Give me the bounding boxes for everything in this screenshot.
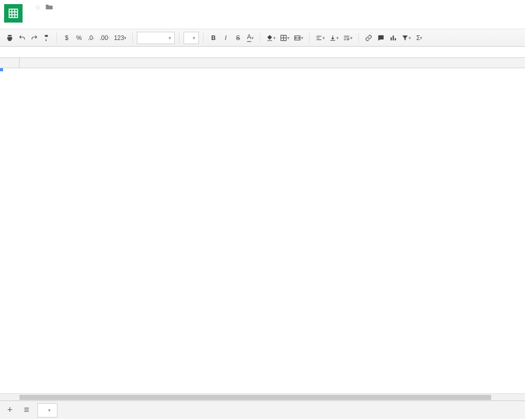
vertical-align-button[interactable]: ▾ — [328, 32, 340, 44]
currency-button[interactable]: $ — [61, 32, 72, 44]
horizontal-scrollbar[interactable] — [0, 393, 525, 401]
font-family-select[interactable]: ▾ — [137, 32, 175, 44]
folder-icon[interactable] — [45, 3, 53, 12]
menu-addons[interactable] — [78, 14, 85, 16]
paint-format-button[interactable] — [41, 32, 52, 44]
text-wrap-button[interactable]: ▾ — [341, 32, 354, 44]
functions-button[interactable]: Σ ▾ — [414, 32, 425, 44]
filter-button[interactable]: ▾ — [400, 32, 413, 44]
menu-tools[interactable] — [71, 14, 78, 16]
more-formats-button[interactable]: 123 ▾ — [112, 32, 128, 44]
font-size-select[interactable]: ▾ — [184, 32, 199, 44]
select-all-corner[interactable] — [0, 58, 19, 68]
document-title[interactable] — [28, 7, 32, 9]
insert-link-button[interactable] — [363, 32, 374, 44]
star-icon[interactable]: ☆ — [35, 4, 41, 11]
separator — [203, 33, 204, 43]
strikethrough-button[interactable]: S — [232, 32, 244, 44]
svg-rect-15 — [391, 37, 392, 40]
menu-file[interactable] — [28, 14, 35, 16]
separator — [358, 33, 359, 43]
app-logo[interactable] — [4, 4, 23, 23]
formula-bar — [0, 47, 525, 58]
selection-handle[interactable] — [0, 68, 3, 71]
sheet-area — [0, 58, 525, 401]
percent-button[interactable]: % — [73, 32, 85, 44]
sheets-icon — [8, 8, 19, 19]
separator — [179, 33, 179, 43]
svg-rect-0 — [9, 9, 18, 18]
separator — [260, 33, 260, 43]
grid[interactable] — [0, 58, 525, 393]
borders-button[interactable]: ▾ — [278, 32, 291, 44]
undo-button[interactable] — [16, 32, 28, 44]
separator — [309, 33, 310, 43]
menu-format[interactable] — [56, 14, 64, 16]
sheet-tab[interactable]: ▾ — [37, 403, 57, 417]
menu-bar — [28, 14, 521, 16]
menu-data[interactable] — [64, 14, 71, 16]
horizontal-align-button[interactable]: ▾ — [314, 32, 327, 44]
add-sheet-button[interactable]: + — [4, 404, 16, 416]
sheet-tab-bar: + ≡ ▾ — [0, 401, 525, 419]
toolbar: $ % .0↓ .00↑ 123 ▾ ▾ ▾ B I S A ▾ ▾ ▾ ▾ ▾… — [0, 29, 525, 47]
active-cell-overlay — [0, 68, 2, 70]
merge-cells-button[interactable]: ▾ — [292, 32, 305, 44]
increase-decimal-button[interactable]: .00↑ — [98, 32, 111, 44]
separator — [56, 33, 57, 43]
svg-rect-17 — [395, 38, 396, 40]
svg-rect-16 — [393, 35, 394, 40]
decrease-decimal-button[interactable]: .0↓ — [86, 32, 97, 44]
scrollbar-thumb[interactable] — [19, 395, 491, 400]
column-headers — [0, 58, 525, 68]
menu-help[interactable] — [85, 14, 92, 16]
italic-button[interactable]: I — [220, 32, 231, 44]
selection-overlay — [0, 68, 1, 69]
insert-chart-button[interactable] — [388, 32, 399, 44]
fill-color-button[interactable]: ▾ — [265, 32, 277, 44]
all-sheets-button[interactable]: ≡ — [21, 404, 33, 416]
separator — [132, 33, 133, 43]
bold-button[interactable]: B — [208, 32, 219, 44]
menu-view[interactable] — [42, 14, 49, 16]
menu-insert[interactable] — [49, 14, 56, 16]
redo-button[interactable] — [29, 32, 40, 44]
print-button[interactable] — [4, 32, 15, 44]
menu-edit[interactable] — [35, 14, 42, 16]
insert-comment-button[interactable] — [375, 32, 387, 44]
formula-input[interactable] — [7, 47, 525, 57]
header: ☆ — [0, 0, 525, 29]
text-color-button[interactable]: A ▾ — [245, 32, 256, 44]
sheet-tab-menu-icon[interactable]: ▾ — [48, 408, 51, 413]
